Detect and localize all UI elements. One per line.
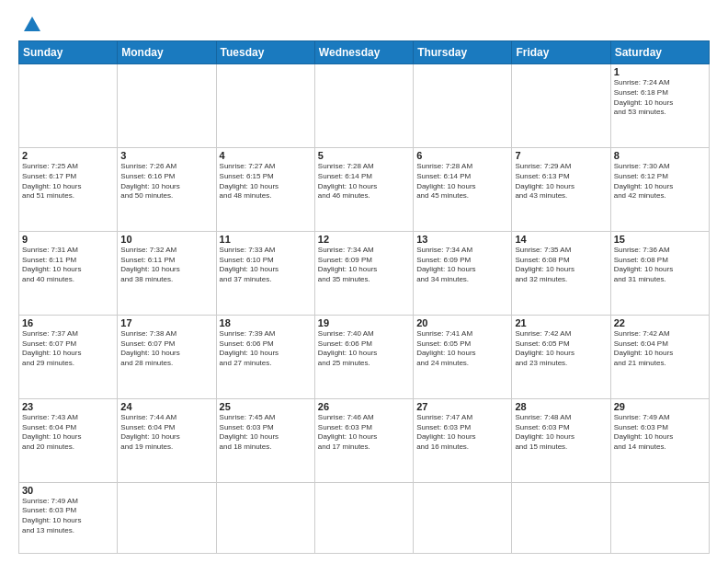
calendar-cell	[19, 64, 118, 148]
calendar-cell: 17Sunrise: 7:38 AM Sunset: 6:07 PM Dayli…	[118, 315, 216, 398]
calendar-header-row: SundayMondayTuesdayWednesdayThursdayFrid…	[19, 41, 710, 64]
calendar-table: SundayMondayTuesdayWednesdayThursdayFrid…	[18, 40, 710, 554]
day-info: Sunrise: 7:37 AM Sunset: 6:07 PM Dayligh…	[22, 329, 114, 369]
day-number: 10	[120, 234, 212, 245]
day-number: 29	[614, 401, 706, 412]
day-info: Sunrise: 7:36 AM Sunset: 6:08 PM Dayligh…	[614, 246, 706, 285]
calendar-cell: 18Sunrise: 7:39 AM Sunset: 6:06 PM Dayli…	[216, 315, 314, 398]
day-info: Sunrise: 7:42 AM Sunset: 6:04 PM Dayligh…	[614, 329, 706, 369]
calendar-week-row-0: 1Sunrise: 7:24 AM Sunset: 6:18 PM Daylig…	[19, 64, 710, 148]
day-number: 19	[318, 317, 410, 328]
day-info: Sunrise: 7:38 AM Sunset: 6:07 PM Dayligh…	[120, 329, 212, 369]
calendar-cell: 22Sunrise: 7:42 AM Sunset: 6:04 PM Dayli…	[610, 315, 709, 398]
calendar-cell: 5Sunrise: 7:28 AM Sunset: 6:14 PM Daylig…	[314, 147, 413, 231]
day-info: Sunrise: 7:32 AM Sunset: 6:11 PM Dayligh…	[120, 246, 212, 285]
day-number: 13	[416, 234, 508, 245]
calendar-cell: 11Sunrise: 7:33 AM Sunset: 6:10 PM Dayli…	[216, 231, 314, 315]
calendar-cell: 16Sunrise: 7:37 AM Sunset: 6:07 PM Dayli…	[19, 315, 118, 398]
day-info: Sunrise: 7:46 AM Sunset: 6:03 PM Dayligh…	[318, 413, 410, 453]
calendar-cell: 15Sunrise: 7:36 AM Sunset: 6:08 PM Dayli…	[610, 231, 709, 315]
day-info: Sunrise: 7:35 AM Sunset: 6:08 PM Dayligh…	[515, 246, 607, 285]
calendar-cell	[216, 64, 314, 148]
calendar-header-monday: Monday	[118, 41, 216, 64]
day-info: Sunrise: 7:49 AM Sunset: 6:03 PM Dayligh…	[22, 497, 114, 536]
day-info: Sunrise: 7:49 AM Sunset: 6:03 PM Dayligh…	[614, 413, 706, 453]
day-info: Sunrise: 7:31 AM Sunset: 6:11 PM Dayligh…	[22, 246, 114, 285]
calendar-cell: 7Sunrise: 7:29 AM Sunset: 6:13 PM Daylig…	[512, 147, 610, 231]
calendar-cell: 13Sunrise: 7:34 AM Sunset: 6:09 PM Dayli…	[414, 231, 512, 315]
day-info: Sunrise: 7:33 AM Sunset: 6:10 PM Dayligh…	[220, 246, 312, 285]
day-info: Sunrise: 7:39 AM Sunset: 6:06 PM Dayligh…	[220, 329, 312, 369]
day-number: 14	[515, 234, 607, 245]
calendar-cell	[512, 482, 610, 553]
calendar-cell: 4Sunrise: 7:27 AM Sunset: 6:15 PM Daylig…	[216, 147, 314, 231]
day-number: 11	[220, 234, 312, 245]
day-number: 8	[614, 150, 706, 161]
calendar-cell	[314, 64, 413, 148]
day-info: Sunrise: 7:34 AM Sunset: 6:09 PM Dayligh…	[416, 246, 508, 285]
day-info: Sunrise: 7:40 AM Sunset: 6:06 PM Dayligh…	[318, 329, 410, 369]
calendar-cell	[414, 482, 512, 553]
calendar-cell: 6Sunrise: 7:28 AM Sunset: 6:14 PM Daylig…	[414, 147, 512, 231]
day-number: 5	[318, 150, 410, 161]
calendar-cell: 24Sunrise: 7:44 AM Sunset: 6:04 PM Dayli…	[118, 398, 216, 482]
calendar-cell: 9Sunrise: 7:31 AM Sunset: 6:11 PM Daylig…	[19, 231, 118, 315]
calendar-cell: 23Sunrise: 7:43 AM Sunset: 6:04 PM Dayli…	[19, 398, 118, 482]
calendar-cell: 28Sunrise: 7:48 AM Sunset: 6:03 PM Dayli…	[512, 398, 610, 482]
logo-triangle-icon	[24, 17, 40, 33]
calendar-header-thursday: Thursday	[414, 41, 512, 64]
calendar-header-wednesday: Wednesday	[314, 41, 413, 64]
calendar-cell: 29Sunrise: 7:49 AM Sunset: 6:03 PM Dayli…	[610, 398, 709, 482]
day-info: Sunrise: 7:45 AM Sunset: 6:03 PM Dayligh…	[220, 413, 312, 453]
day-info: Sunrise: 7:26 AM Sunset: 6:16 PM Dayligh…	[120, 162, 212, 201]
header	[18, 15, 710, 33]
day-info: Sunrise: 7:28 AM Sunset: 6:14 PM Dayligh…	[318, 162, 410, 201]
day-number: 30	[22, 485, 114, 496]
calendar-cell: 3Sunrise: 7:26 AM Sunset: 6:16 PM Daylig…	[118, 147, 216, 231]
day-info: Sunrise: 7:41 AM Sunset: 6:05 PM Dayligh…	[416, 329, 508, 369]
day-number: 4	[220, 150, 312, 161]
calendar-header-sunday: Sunday	[19, 41, 118, 64]
svg-marker-0	[24, 17, 40, 31]
day-number: 17	[120, 317, 212, 328]
calendar-cell: 19Sunrise: 7:40 AM Sunset: 6:06 PM Dayli…	[314, 315, 413, 398]
calendar-week-row-2: 9Sunrise: 7:31 AM Sunset: 6:11 PM Daylig…	[19, 231, 710, 315]
calendar-week-row-4: 23Sunrise: 7:43 AM Sunset: 6:04 PM Dayli…	[19, 398, 710, 482]
page: SundayMondayTuesdayWednesdayThursdayFrid…	[0, 0, 728, 563]
day-info: Sunrise: 7:24 AM Sunset: 6:18 PM Dayligh…	[614, 78, 706, 118]
calendar-cell: 2Sunrise: 7:25 AM Sunset: 6:17 PM Daylig…	[19, 147, 118, 231]
day-number: 9	[22, 234, 114, 245]
day-number: 1	[614, 66, 706, 77]
calendar-cell: 12Sunrise: 7:34 AM Sunset: 6:09 PM Dayli…	[314, 231, 413, 315]
calendar-cell: 27Sunrise: 7:47 AM Sunset: 6:03 PM Dayli…	[414, 398, 512, 482]
calendar-header-saturday: Saturday	[610, 41, 709, 64]
calendar-cell: 8Sunrise: 7:30 AM Sunset: 6:12 PM Daylig…	[610, 147, 709, 231]
day-info: Sunrise: 7:42 AM Sunset: 6:05 PM Dayligh…	[515, 329, 607, 369]
day-info: Sunrise: 7:28 AM Sunset: 6:14 PM Dayligh…	[416, 162, 508, 201]
day-info: Sunrise: 7:47 AM Sunset: 6:03 PM Dayligh…	[416, 413, 508, 453]
logo	[18, 15, 40, 33]
day-number: 25	[220, 401, 312, 412]
calendar-cell: 20Sunrise: 7:41 AM Sunset: 6:05 PM Dayli…	[414, 315, 512, 398]
calendar-cell: 14Sunrise: 7:35 AM Sunset: 6:08 PM Dayli…	[512, 231, 610, 315]
calendar-cell	[216, 482, 314, 553]
calendar-week-row-5: 30Sunrise: 7:49 AM Sunset: 6:03 PM Dayli…	[19, 482, 710, 553]
calendar-cell: 30Sunrise: 7:49 AM Sunset: 6:03 PM Dayli…	[19, 482, 118, 553]
day-number: 6	[416, 150, 508, 161]
calendar-cell: 26Sunrise: 7:46 AM Sunset: 6:03 PM Dayli…	[314, 398, 413, 482]
day-info: Sunrise: 7:48 AM Sunset: 6:03 PM Dayligh…	[515, 413, 607, 453]
day-number: 23	[22, 401, 114, 412]
day-number: 12	[318, 234, 410, 245]
day-info: Sunrise: 7:34 AM Sunset: 6:09 PM Dayligh…	[318, 246, 410, 285]
calendar-cell	[118, 64, 216, 148]
calendar-week-row-1: 2Sunrise: 7:25 AM Sunset: 6:17 PM Daylig…	[19, 147, 710, 231]
calendar-cell	[610, 482, 709, 553]
day-number: 27	[416, 401, 508, 412]
day-info: Sunrise: 7:29 AM Sunset: 6:13 PM Dayligh…	[515, 162, 607, 201]
day-number: 15	[614, 234, 706, 245]
calendar-week-row-3: 16Sunrise: 7:37 AM Sunset: 6:07 PM Dayli…	[19, 315, 710, 398]
day-number: 28	[515, 401, 607, 412]
day-number: 2	[22, 150, 114, 161]
day-number: 20	[416, 317, 508, 328]
day-info: Sunrise: 7:25 AM Sunset: 6:17 PM Dayligh…	[22, 162, 114, 201]
